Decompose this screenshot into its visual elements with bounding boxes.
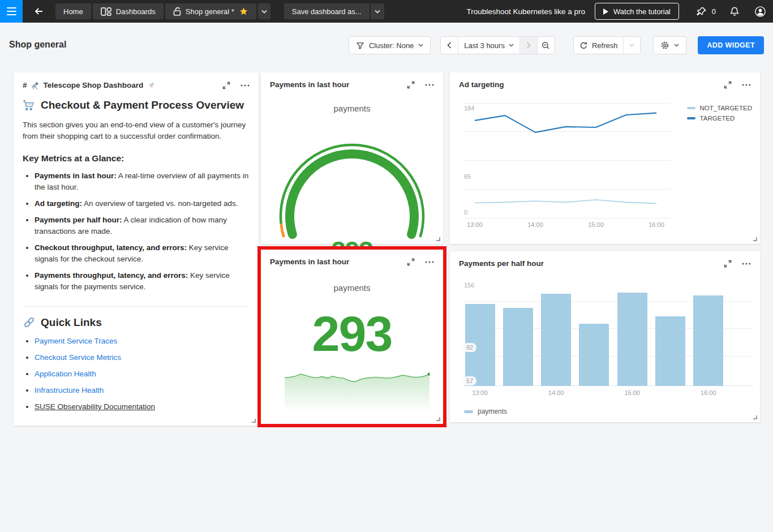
- metric-list-item: Payments throughput, latency, and errors…: [35, 270, 250, 293]
- metric-list-item: Ad targeting: An overview of targeted vs…: [35, 198, 250, 209]
- resize-handle[interactable]: [252, 419, 256, 423]
- resize-handle[interactable]: [436, 417, 440, 421]
- gauge-metric-label: payments: [261, 104, 443, 113]
- tab-home[interactable]: Home: [55, 3, 91, 19]
- payments-value: 293: [261, 305, 443, 363]
- expand-widget-button[interactable]: [407, 81, 415, 89]
- time-range-button[interactable]: Last 3 hours: [458, 37, 519, 54]
- telescope-icon: [31, 80, 40, 90]
- zoom-out-time-button[interactable]: [537, 37, 555, 54]
- more-menu-button[interactable]: [425, 84, 434, 86]
- chevron-right-icon: [526, 42, 531, 49]
- back-arrow-icon: [34, 6, 44, 16]
- sparkline-chart[interactable]: [285, 370, 430, 416]
- bell-icon: [729, 6, 740, 17]
- more-menu-button[interactable]: [425, 261, 434, 263]
- refresh-icon: [579, 41, 588, 50]
- lock-open-icon: [173, 7, 181, 16]
- resize-handle[interactable]: [753, 237, 757, 241]
- ad-targeting-chart[interactable]: 184650: [463, 103, 671, 218]
- x-axis-label: 16:00: [696, 389, 721, 396]
- refresh-dropdown-button[interactable]: [623, 37, 640, 54]
- y-axis-label: 184: [464, 105, 474, 111]
- quick-link[interactable]: SUSE Observability Documentation: [35, 402, 155, 411]
- markdown-title-text: Telescope Shop Dashboard: [44, 81, 144, 89]
- bar: [617, 293, 647, 386]
- refresh-control: Refresh: [573, 36, 641, 54]
- gauge-chart[interactable]: 293: [277, 127, 427, 240]
- x-axis-label: 13:00: [462, 221, 487, 228]
- time-range-label: Last 3 hours: [464, 41, 505, 50]
- quick-link[interactable]: Payment Service Traces: [35, 337, 117, 345]
- star-icon[interactable]: [239, 7, 248, 16]
- shopping-cart-icon: [23, 100, 36, 111]
- tab-shop-general[interactable]: Shop general *: [165, 3, 256, 19]
- chart-legend: payments: [464, 407, 507, 415]
- save-dashboard-dropdown-button[interactable]: [371, 3, 384, 19]
- chevron-down-icon: [375, 10, 380, 14]
- back-button[interactable]: [32, 3, 46, 19]
- bar: [541, 294, 571, 386]
- gear-icon: [660, 41, 669, 50]
- bar: [579, 324, 609, 386]
- chevron-down-icon: [629, 44, 634, 47]
- widget-title: # Telescope Shop Dashboard: [23, 80, 222, 90]
- gauge-outer-green-arc: [281, 145, 423, 237]
- markdown-intro: This section gives you an end-to-end vie…: [23, 119, 250, 142]
- y-axis-label: 92: [463, 343, 476, 352]
- pinned-items-button[interactable]: 0: [696, 6, 716, 17]
- chevron-down-icon: [261, 10, 267, 14]
- quick-link[interactable]: Infrastructure Health: [35, 386, 104, 394]
- cluster-filter-button[interactable]: Cluster: None: [349, 36, 431, 54]
- more-menu-button[interactable]: [742, 84, 751, 86]
- user-avatar[interactable]: [754, 6, 766, 18]
- time-forward-button[interactable]: [519, 37, 537, 54]
- legend-swatch: [687, 107, 695, 109]
- tabs-expander-button[interactable]: [258, 3, 270, 19]
- ad-targeting-widget: Ad targeting 184650 13:0014:0015:0016:00…: [450, 72, 760, 244]
- metric-list-item: Payments per half hour: A clear indicati…: [35, 214, 250, 237]
- hamburger-menu-button[interactable]: [0, 0, 23, 23]
- save-dashboard-as-button[interactable]: Save dashboard as...: [284, 3, 370, 19]
- more-menu-button[interactable]: [241, 84, 250, 87]
- expand-widget-button[interactable]: [724, 260, 732, 268]
- promo-text: Troubleshoot Kubernetes like a pro: [466, 7, 585, 16]
- top-navbar: Home Dashboards Shop general * Save dash…: [0, 0, 773, 23]
- metrics-heading: Key Metrics at a Glance:: [23, 153, 250, 164]
- payments-bar-chart[interactable]: 156925713:0014:0015:0016:00: [463, 283, 753, 386]
- resize-handle[interactable]: [753, 415, 757, 419]
- legend-item: payments: [464, 407, 507, 415]
- quick-link[interactable]: Application Health: [35, 370, 96, 378]
- expand-widget-button[interactable]: [222, 81, 230, 89]
- x-axis-label: 15:00: [583, 221, 608, 228]
- add-widget-button[interactable]: ADD WIDGET: [698, 36, 764, 54]
- tab-shop-general-label: Shop general *: [186, 7, 234, 16]
- more-menu-button[interactable]: [742, 263, 751, 265]
- refresh-button[interactable]: Refresh: [574, 37, 624, 54]
- x-axis-label: 14:00: [544, 389, 569, 396]
- link-icon: [23, 316, 36, 329]
- expand-widget-button[interactable]: [724, 81, 732, 89]
- tab-dashboards[interactable]: Dashboards: [93, 3, 164, 19]
- save-dashboard-as-label: Save dashboard as...: [292, 7, 362, 16]
- widget-title: Payments in last hour: [270, 258, 407, 266]
- legend-label: TARGETED: [700, 115, 735, 122]
- expand-widget-button[interactable]: [407, 258, 415, 266]
- markdown-heading: Checkout & Payment Process Overview: [23, 99, 250, 111]
- chevron-down-icon: [509, 44, 514, 47]
- divider: [23, 306, 250, 307]
- quick-links-list: Payment Service TracesCheckout Service M…: [23, 336, 250, 413]
- tab-dashboards-label: Dashboards: [116, 7, 156, 16]
- watch-tutorial-button[interactable]: Watch the tutorial: [595, 3, 679, 20]
- quick-links-heading-text: Quick Links: [41, 316, 102, 329]
- watch-tutorial-label: Watch the tutorial: [613, 7, 671, 16]
- quick-link-item: Payment Service Traces: [35, 336, 250, 347]
- dashboard-settings-button[interactable]: [653, 36, 686, 54]
- quick-link[interactable]: Checkout Service Metrics: [35, 353, 121, 362]
- widget-title: Ad targeting: [459, 80, 724, 89]
- bar: [503, 308, 533, 386]
- resize-handle[interactable]: [436, 237, 440, 241]
- x-axis-label: 14:00: [523, 221, 548, 228]
- notifications-button[interactable]: [729, 6, 740, 17]
- time-back-button[interactable]: [441, 37, 458, 54]
